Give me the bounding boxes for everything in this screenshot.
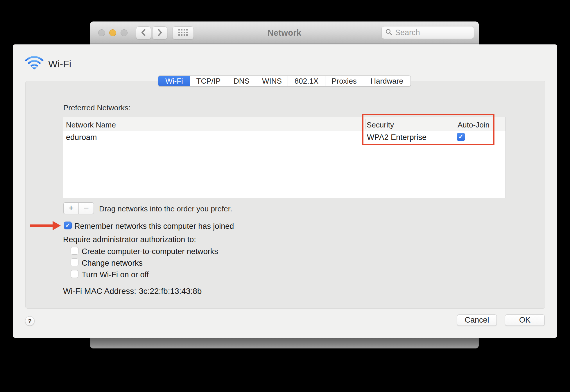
annotation-arrow [30, 224, 53, 227]
tab-tcpip[interactable]: TCP/IP [190, 76, 227, 86]
tab-hardware[interactable]: Hardware [363, 76, 411, 86]
drag-hint-text: Drag networks into the order you prefer. [99, 204, 232, 213]
wifi-icon [25, 54, 44, 71]
column-header-network-name: Network Name [66, 121, 116, 130]
help-button[interactable]: ? [25, 316, 35, 326]
mac-address-label: Wi-Fi MAC Address: [63, 287, 136, 296]
search-icon [385, 28, 392, 37]
annotation-highlight-rect [362, 114, 494, 145]
page-title: Wi-Fi [48, 58, 71, 70]
preferred-networks-label: Preferred Networks: [63, 103, 130, 112]
add-network-button[interactable]: + [64, 203, 79, 214]
tab-8021x[interactable]: 802.1X [288, 76, 325, 86]
tab-proxies[interactable]: Proxies [325, 76, 363, 86]
add-remove-segmented-control: + − [63, 202, 94, 214]
screen: Network Search [0, 0, 570, 392]
mac-address-value: 3c:22:fb:13:43:8b [139, 287, 202, 296]
turn-wifi-checkbox[interactable] [71, 270, 78, 278]
create-networks-checkbox[interactable] [71, 247, 78, 255]
remove-network-button[interactable]: − [79, 203, 94, 214]
change-networks-label: Change networks [82, 259, 143, 268]
remember-networks-label: Remember networks this computer has join… [74, 222, 234, 231]
remember-networks-checkbox[interactable] [64, 222, 72, 229]
window-bottom-edge [90, 336, 479, 348]
tab-wifi[interactable]: Wi-Fi [158, 76, 190, 86]
tab-dns[interactable]: DNS [227, 76, 256, 86]
annotation-arrow-head [53, 221, 61, 230]
tab-bar: Wi-Fi TCP/IP DNS WINS 802.1X Proxies Har… [158, 75, 411, 87]
ok-button[interactable]: OK [505, 314, 545, 326]
create-networks-label: Create computer-to-computer networks [82, 247, 218, 256]
change-networks-checkbox[interactable] [71, 258, 78, 266]
wifi-settings-dialog: Wi-Fi Wi-Fi TCP/IP DNS WINS 802.1X Proxi… [13, 44, 557, 338]
search-placeholder: Search [395, 28, 420, 37]
tab-wins[interactable]: WINS [256, 76, 288, 86]
network-name-cell: eduroam [66, 133, 97, 142]
require-admin-label: Require administrator authorization to: [63, 235, 196, 244]
titlebar[interactable]: Network Search [90, 21, 479, 44]
cancel-button[interactable]: Cancel [457, 314, 497, 326]
search-input[interactable]: Search [381, 26, 474, 39]
turn-wifi-label: Turn Wi-Fi on or off [82, 270, 149, 279]
